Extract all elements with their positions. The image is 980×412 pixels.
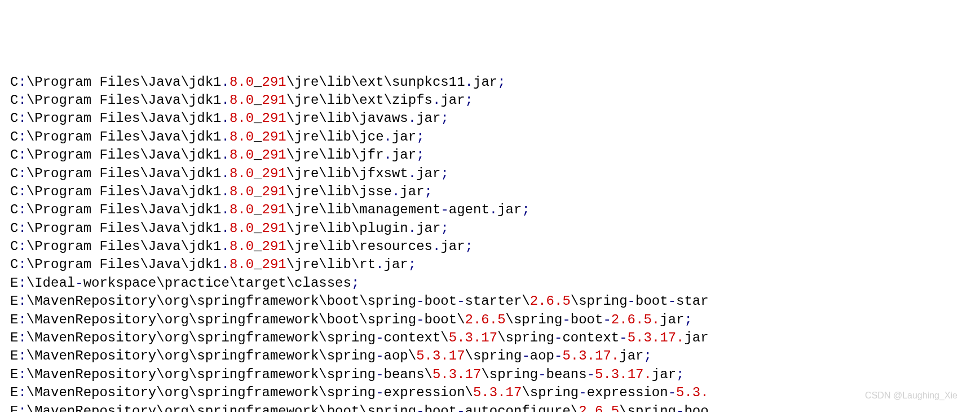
- text-segment: 291: [262, 74, 286, 90]
- text-segment: \MavenRepository\org\springframework\boo…: [27, 293, 416, 309]
- classpath-line[interactable]: C:\Program Files\Java\jdk1.8.0_291\jre\l…: [0, 238, 980, 256]
- text-segment: :: [18, 147, 26, 163]
- text-segment: \Program Files\Java\jdk1: [27, 166, 222, 181]
- classpath-line[interactable]: E:\MavenRepository\org\springframework\s…: [0, 329, 980, 347]
- text-segment: \spring: [522, 385, 579, 400]
- classpath-line[interactable]: C:\Program Files\Java\jdk1.8.0_291\jre\l…: [0, 109, 980, 128]
- text-segment: \MavenRepository\org\springframework\boo…: [27, 404, 416, 412]
- text-segment: 291: [262, 202, 286, 217]
- text-segment: jar: [416, 166, 440, 181]
- text-segment: ;: [425, 184, 432, 199]
- text-segment: -: [416, 293, 424, 309]
- text-segment: 291: [262, 111, 286, 126]
- classpath-line[interactable]: E:\MavenRepository\org\springframework\b…: [0, 311, 980, 329]
- text-segment: -: [522, 348, 529, 363]
- text-segment: \spring: [465, 348, 522, 363]
- text-segment: \jre\lib\jfxswt: [286, 166, 408, 181]
- text-segment: .: [221, 147, 229, 163]
- text-segment: \jre\lib\resources: [286, 239, 432, 254]
- text-segment: \spring: [506, 312, 563, 327]
- text-segment: C: [10, 221, 18, 236]
- text-segment: .: [221, 221, 229, 236]
- text-segment: .: [221, 184, 229, 199]
- classpath-line[interactable]: C:\Program Files\Java\jdk1.8.0_291\jre\l…: [0, 165, 980, 183]
- text-segment: _: [254, 129, 262, 144]
- text-segment: C: [10, 239, 18, 254]
- classpath-line[interactable]: E:\MavenRepository\org\springframework\b…: [0, 292, 980, 310]
- text-segment: ;: [440, 166, 448, 181]
- classpath-line[interactable]: C:\Program Files\Java\jdk1.8.0_291\jre\l…: [0, 220, 980, 238]
- text-segment: workspace\practice\target\classes: [83, 275, 351, 291]
- text-segment: :: [18, 184, 26, 199]
- text-segment: ;: [465, 93, 473, 108]
- text-segment: boot: [425, 404, 457, 412]
- text-segment: :: [18, 221, 26, 236]
- text-segment: E: [10, 275, 18, 291]
- text-segment: jar: [440, 93, 465, 108]
- classpath-line[interactable]: C:\Program Files\Java\jdk1.8.0_291\jre\l…: [0, 183, 980, 201]
- text-segment: -: [619, 330, 627, 345]
- text-segment: 291: [262, 239, 286, 254]
- text-segment: E: [10, 367, 18, 382]
- text-segment: context: [562, 330, 619, 345]
- classpath-line[interactable]: C:\Program Files\Java\jdk1.8.0_291\jre\l…: [0, 201, 980, 219]
- text-segment: .: [221, 166, 229, 181]
- text-segment: -: [587, 367, 595, 382]
- classpath-line[interactable]: E:\Ideal-workspace\practice\target\class…: [0, 274, 980, 292]
- text-segment: :: [18, 239, 26, 254]
- text-segment: \Program Files\Java\jdk1: [27, 93, 222, 108]
- text-segment: \spring: [571, 293, 628, 309]
- text-segment: boot\: [425, 312, 465, 327]
- text-segment: 8.0: [229, 129, 254, 144]
- text-segment: -: [376, 385, 383, 400]
- classpath-line[interactable]: E:\MavenRepository\org\springframework\b…: [0, 402, 980, 412]
- console-output[interactable]: C:\Program Files\Java\jdk1.8.0_291\jre\l…: [0, 73, 980, 412]
- classpath-line[interactable]: C:\Program Files\Java\jdk1.8.0_291\jre\l…: [0, 256, 980, 274]
- text-segment: C: [10, 184, 18, 199]
- text-segment: E: [10, 404, 18, 412]
- text-segment: 8.0: [229, 221, 254, 236]
- text-segment: 2.6.5.: [611, 312, 660, 327]
- text-segment: :: [18, 330, 26, 345]
- classpath-line[interactable]: C:\Program Files\Java\jdk1.8.0_291\jre\l…: [0, 128, 980, 146]
- text-segment: ;: [522, 202, 529, 217]
- text-segment: jar: [497, 202, 522, 217]
- text-segment: .: [221, 202, 229, 217]
- text-segment: 2.6.5: [530, 293, 571, 309]
- text-segment: \jre\lib\jfr: [286, 147, 384, 163]
- text-segment: ;: [440, 111, 448, 126]
- classpath-line[interactable]: E:\MavenRepository\org\springframework\s…: [0, 384, 980, 402]
- classpath-line[interactable]: E:\MavenRepository\org\springframework\s…: [0, 347, 980, 365]
- text-segment: _: [254, 221, 262, 236]
- classpath-line[interactable]: C:\Program Files\Java\jdk1.8.0_291\jre\l…: [0, 91, 980, 109]
- text-segment: jar: [400, 184, 424, 199]
- text-segment: \MavenRepository\org\springframework\spr…: [27, 385, 376, 400]
- text-segment: aop: [530, 348, 554, 363]
- classpath-line[interactable]: C:\Program Files\Java\jdk1.8.0_291\jre\l…: [0, 146, 980, 164]
- text-segment: jar: [392, 129, 416, 144]
- text-segment: C: [10, 74, 18, 90]
- classpath-line[interactable]: E:\MavenRepository\org\springframework\s…: [0, 366, 980, 384]
- text-segment: -: [75, 275, 83, 291]
- text-segment: :: [18, 93, 26, 108]
- text-segment: -: [579, 385, 586, 400]
- text-segment: \MavenRepository\org\springframework\spr…: [27, 348, 376, 363]
- text-segment: ;: [416, 129, 424, 144]
- text-segment: beans: [546, 367, 587, 382]
- text-segment: ;: [676, 367, 684, 382]
- text-segment: :: [18, 74, 26, 90]
- text-segment: 291: [262, 93, 286, 108]
- text-segment: :: [18, 129, 26, 144]
- text-segment: .: [221, 257, 229, 272]
- classpath-line[interactable]: C:\Program Files\Java\jdk1.8.0_291\jre\l…: [0, 73, 980, 91]
- text-segment: \Program Files\Java\jdk1: [27, 147, 222, 163]
- text-segment: :: [18, 275, 26, 291]
- text-segment: 5.3.17.: [562, 348, 619, 363]
- text-segment: _: [254, 147, 262, 163]
- text-segment: C: [10, 257, 18, 272]
- text-segment: _: [254, 257, 262, 272]
- text-segment: -: [628, 293, 635, 309]
- text-segment: .: [221, 111, 229, 126]
- text-segment: E: [10, 330, 18, 345]
- text-segment: \jre\lib\management: [286, 202, 441, 217]
